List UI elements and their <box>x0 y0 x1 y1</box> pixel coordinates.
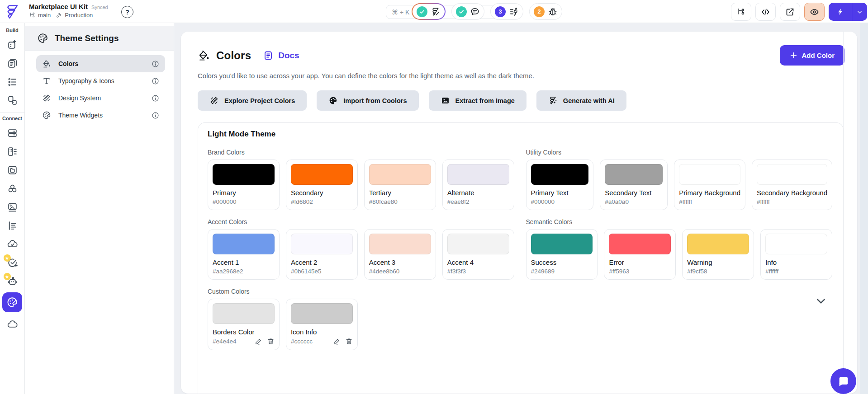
page-scrollbar[interactable] <box>860 23 868 394</box>
color-swatch <box>765 234 827 254</box>
nav-item-label: Colors <box>58 60 144 67</box>
color-card-borders-color[interactable]: Borders Color #e4e4e4 <box>208 299 280 350</box>
add-color-button[interactable]: Add Color <box>780 45 845 66</box>
info-icon[interactable] <box>152 112 159 119</box>
color-card-primary[interactable]: Primary#000000 <box>208 159 280 210</box>
info-icon[interactable] <box>152 94 159 102</box>
color-name: Borders Color <box>213 328 275 336</box>
info-icon[interactable] <box>152 77 159 85</box>
branch-name[interactable]: main <box>38 12 51 19</box>
color-card-tertiary[interactable]: Tertiary#80fcae80 <box>364 159 436 210</box>
run-options-chevron[interactable] <box>852 3 867 21</box>
color-swatch <box>369 164 431 185</box>
nav-item-colors[interactable]: Colors <box>36 55 165 72</box>
color-hex: #ffffff <box>765 268 827 275</box>
explore-project-colors-button[interactable]: Explore Project Colors <box>198 90 307 111</box>
branch-icon <box>29 12 36 19</box>
rail-add-widget-button[interactable] <box>0 36 25 54</box>
color-card-alternate[interactable]: Alternate#eae8f2 <box>442 159 514 210</box>
open-external-button[interactable] <box>780 3 800 21</box>
rail-database-button[interactable] <box>0 124 25 142</box>
group-accent-colors: Accent Colors Accent 1#aa2968e2 Accent 2… <box>208 210 514 280</box>
color-card-secondary-background[interactable]: Secondary Background#ffffff <box>752 159 832 210</box>
color-swatch <box>447 164 509 185</box>
color-card-info[interactable]: Info#ffffff <box>760 229 832 280</box>
rail-files-button[interactable] <box>0 161 25 179</box>
color-hex: #e4e4e4 <box>213 338 250 345</box>
rail-api-button[interactable] <box>0 142 25 161</box>
rail-more-button[interactable] <box>0 313 25 332</box>
group-brand-colors: Brand Colors Primary#000000 Secondary#fd… <box>208 141 514 210</box>
comments-pill[interactable] <box>451 3 484 20</box>
color-card-accent-1[interactable]: Accent 1#aa2968e2 <box>208 229 280 280</box>
color-card-primary-background[interactable]: Primary Background#ffffff <box>674 159 745 210</box>
colors-bucket-icon <box>198 49 210 61</box>
color-card-icon-info[interactable]: Icon Info #cccccc <box>286 299 358 350</box>
color-card-success[interactable]: Success#249689 <box>526 229 598 280</box>
color-actions: Explore Project Colors Import from Coolo… <box>198 90 844 111</box>
color-swatch <box>291 303 353 324</box>
support-chat-button[interactable] <box>830 368 856 394</box>
app-logo-icon[interactable] <box>4 3 21 20</box>
rail-cloud-functions-button[interactable] <box>0 235 25 253</box>
action-label: Explore Project Colors <box>224 97 295 104</box>
color-card-error[interactable]: Error#ff5963 <box>604 229 676 280</box>
rail-components-button[interactable] <box>0 91 25 110</box>
add-color-label: Add Color <box>802 52 835 59</box>
typography-icon <box>42 76 51 85</box>
rail-app-values-button[interactable] <box>0 73 25 91</box>
nav-item-theme-widgets[interactable]: Theme Widgets <box>36 107 165 124</box>
nav-item-typography[interactable]: Typography & Icons <box>36 72 165 89</box>
delete-color-icon[interactable] <box>345 338 353 345</box>
color-card-secondary[interactable]: Secondary#fd6802 <box>286 159 358 210</box>
edit-color-icon[interactable] <box>255 338 262 345</box>
actions-pill[interactable]: 3 <box>490 3 523 20</box>
group-label: Custom Colors <box>208 288 832 295</box>
color-card-accent-4[interactable]: Accent 4#f3f3f3 <box>442 229 514 280</box>
preview-button[interactable] <box>804 3 825 21</box>
nav-item-design-system[interactable]: Design System <box>36 89 165 107</box>
info-icon[interactable] <box>152 60 159 68</box>
color-name: Info <box>765 258 827 266</box>
group-utility-colors: Utility Colors Primary Text#000000 Secon… <box>526 141 833 210</box>
docs-link[interactable]: Docs <box>263 50 299 61</box>
environment-name[interactable]: Production <box>65 12 93 19</box>
edit-color-icon[interactable] <box>333 338 341 345</box>
color-swatch <box>213 234 275 254</box>
extract-from-image-button[interactable]: Extract from Image <box>429 90 526 111</box>
premium-star-badge: ★ <box>4 254 11 262</box>
color-card-warning[interactable]: Warning#f9cf58 <box>682 229 754 280</box>
color-card-primary-text[interactable]: Primary Text#000000 <box>526 159 594 210</box>
rail-integrations-button[interactable] <box>0 179 25 198</box>
status-pills: 3 2 <box>412 3 562 20</box>
rail-app-checks-button[interactable]: ★ <box>0 253 25 272</box>
run-button[interactable] <box>829 3 867 21</box>
color-card-secondary-text[interactable]: Secondary Text#a0a0a0 <box>600 159 668 210</box>
help-button[interactable]: ? <box>121 6 133 18</box>
rail-theme-settings-button-active[interactable] <box>2 292 22 312</box>
import-from-coolors-button[interactable]: Import from Coolors <box>317 90 418 111</box>
code-view-button[interactable] <box>755 3 776 21</box>
plus-icon <box>790 52 797 59</box>
run-bolt-icon[interactable] <box>829 3 852 21</box>
color-hex: #a0a0a0 <box>605 198 663 205</box>
project-check-pill[interactable] <box>412 3 446 20</box>
rail-ai-agent-button[interactable]: ★ <box>0 272 25 291</box>
rail-pages-button[interactable] <box>0 54 25 73</box>
ai-sparkle-icon <box>548 96 558 105</box>
color-card-accent-2[interactable]: Accent 2#0b6145e5 <box>286 229 358 280</box>
page-description: Colors you'd like to use across your app… <box>198 72 844 80</box>
color-swatch <box>291 234 353 254</box>
branch-tree-button[interactable] <box>731 3 751 21</box>
nav-item-label: Design System <box>58 94 144 102</box>
theme-widgets-icon <box>42 111 51 120</box>
color-name: Secondary Background <box>757 189 827 197</box>
collapse-section-chevron-icon[interactable] <box>814 294 828 308</box>
rail-media-button[interactable] <box>0 198 25 216</box>
generate-with-ai-button[interactable]: Generate with AI <box>536 90 626 111</box>
color-card-accent-3[interactable]: Accent 3#4dee8b60 <box>364 229 436 280</box>
rail-text-content-button[interactable] <box>0 216 25 235</box>
group-label: Brand Colors <box>208 149 514 156</box>
delete-color-icon[interactable] <box>267 338 275 345</box>
issues-pill[interactable]: 2 <box>529 3 562 20</box>
